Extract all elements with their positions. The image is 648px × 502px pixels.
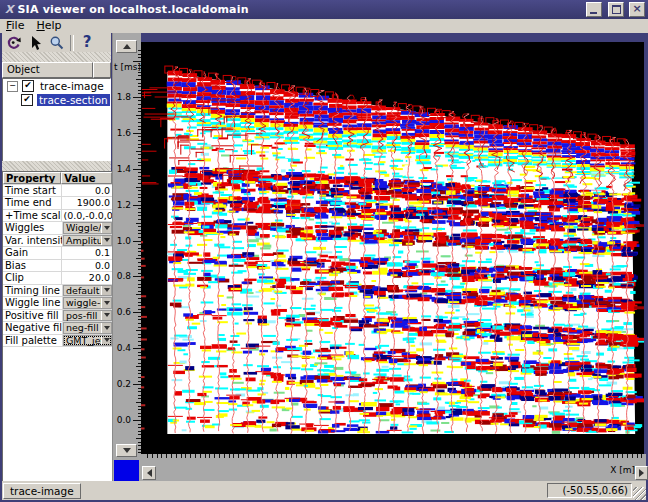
help-button[interactable]: ? (76, 33, 98, 52)
property-row: WigglesWiggle/VA (3, 222, 112, 235)
offset-axis-tick (373, 454, 374, 458)
tree-expander-icon[interactable]: − (7, 81, 18, 92)
header-property: Property (3, 172, 61, 184)
left-arrow-icon (147, 469, 152, 477)
offset-axis-tick (430, 454, 431, 458)
combobox-value: neg-fill (64, 322, 101, 333)
offset-axis-tick (502, 454, 503, 458)
offset-axis-tick (349, 454, 350, 458)
offset-axis-tick (286, 454, 287, 458)
reset-view-button[interactable] (2, 33, 24, 52)
offset-axis-tick (267, 454, 268, 458)
offset-axis-tick (541, 454, 542, 458)
property-value[interactable]: 0.0 (62, 185, 112, 197)
offset-axis-tick (632, 454, 633, 458)
scroll-up-button[interactable] (116, 40, 137, 53)
time-axis-tick (133, 420, 141, 421)
object-panel-header[interactable]: Object (2, 62, 93, 78)
offset-axis-tick (497, 454, 498, 458)
offset-axis-tick (445, 454, 446, 458)
offset-axis-tick (368, 454, 369, 458)
visibility-checkbox[interactable]: ✔ (22, 80, 34, 92)
chevron-down-icon[interactable] (101, 286, 111, 296)
property-panel-handle[interactable] (2, 161, 111, 171)
chevron-down-icon[interactable] (101, 323, 111, 333)
property-name: Timing line (3, 285, 63, 297)
combobox-wiggle-line[interactable]: wiggle-line (63, 297, 112, 309)
property-row: Negative fillneg-fill (3, 322, 112, 335)
time-axis-tick-label: 1.0 (113, 236, 131, 246)
time-axis[interactable]: t [ms] 0.00.20.40.60.81.01.21.41.61.8 (113, 33, 141, 481)
combobox-positive-fill[interactable]: pos-fill (63, 310, 112, 322)
pointer-mode-button[interactable] (24, 33, 46, 52)
offset-axis-tick (310, 454, 311, 458)
chevron-down-icon[interactable] (101, 311, 111, 321)
offset-axis-tick (536, 454, 537, 458)
close-button[interactable]: × (629, 2, 645, 17)
cursor-coordinates: (-50.55,0.66) (547, 483, 632, 498)
offset-axis-tick (320, 454, 321, 458)
menu-help[interactable]: Help (30, 19, 67, 33)
offset-axis-tick (291, 454, 292, 458)
menu-file[interactable]: File (0, 19, 30, 33)
offset-axis-tick (387, 454, 388, 458)
property-value[interactable]: 1900.0 (62, 197, 112, 209)
offset-axis-tick (353, 454, 354, 458)
offset-axis-tick (272, 454, 273, 458)
tree-item-label[interactable]: trace-section (37, 94, 110, 106)
combobox-var-intensity[interactable]: Amplitude (63, 235, 112, 247)
property-value[interactable]: 0.1 (62, 247, 112, 259)
trace-image-tab[interactable]: trace-image (3, 483, 81, 499)
offset-axis-tick (233, 454, 234, 458)
scroll-right-button[interactable] (635, 466, 648, 480)
object-panel-header-spacer (93, 62, 111, 78)
time-axis-tick (133, 384, 141, 385)
property-value[interactable]: (0.0,-0.0,0.0) (62, 210, 112, 222)
offset-axis-tick (569, 454, 570, 458)
scroll-down-button[interactable] (116, 444, 137, 457)
statusbar: trace-image (-50.55,0.66) (2, 481, 646, 500)
zoom-mode-button[interactable] (46, 33, 68, 52)
tree-item-label[interactable]: trace-image (38, 80, 106, 92)
offset-axis-tick (329, 454, 330, 458)
combobox-negative-fill[interactable]: neg-fill (63, 322, 112, 334)
resize-grip[interactable] (633, 487, 646, 500)
time-axis-tick-label: 1.8 (113, 92, 131, 102)
offset-axis-tick (152, 454, 153, 458)
offset-axis-tick (185, 454, 186, 458)
seismic-section-canvas[interactable] (141, 42, 644, 454)
minimize-icon (590, 12, 597, 14)
offset-axis-tick (425, 454, 426, 458)
close-icon: × (630, 2, 644, 15)
chevron-down-icon[interactable] (101, 298, 111, 308)
offset-axis-tick (584, 454, 585, 458)
combobox-value: Amplitude (64, 235, 101, 246)
offset-axis-tick (531, 454, 532, 458)
chevron-down-icon[interactable] (101, 336, 111, 346)
minimize-button[interactable] (586, 2, 602, 17)
chevron-down-icon[interactable] (101, 236, 111, 246)
property-value[interactable]: 0.0 (62, 260, 112, 272)
offset-axis[interactable]: X [m] (141, 454, 646, 481)
offset-axis-tick (401, 454, 402, 458)
time-axis-tick (133, 133, 141, 134)
tree-row-trace-section: ✔trace-section (3, 93, 110, 107)
property-value: neg-fill (63, 322, 112, 334)
scroll-left-button[interactable] (142, 466, 156, 480)
chevron-down-icon[interactable] (101, 223, 111, 233)
maximize-button[interactable] (608, 2, 624, 17)
object-panel-handle[interactable] (2, 52, 111, 62)
combobox-timing-line[interactable]: default (63, 285, 112, 297)
combobox-fill-palette[interactable]: GMT_jet (63, 335, 112, 347)
property-value[interactable]: 20.0 (62, 272, 112, 284)
property-value: GMT_jet (63, 335, 112, 347)
offset-axis-tick (200, 454, 201, 458)
combobox-wiggles[interactable]: Wiggle/VA (63, 222, 112, 234)
property-row: Wiggle linewiggle-line (3, 297, 112, 310)
time-axis-tick-label: 1.2 (113, 200, 131, 210)
property-row: Time start0.0 (3, 185, 112, 198)
visibility-checkbox[interactable]: ✔ (21, 94, 33, 106)
offset-axis-tick (478, 454, 479, 458)
titlebar[interactable]: X SIA viewer on localhost.localdomain × (0, 0, 648, 19)
offset-axis-tick (416, 454, 417, 458)
